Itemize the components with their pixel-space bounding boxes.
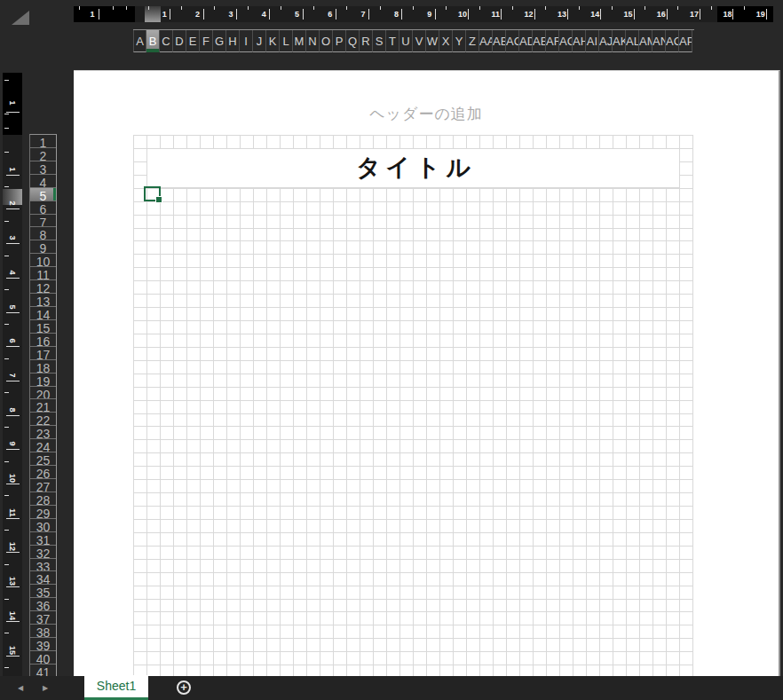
row-header-19[interactable]: 19	[30, 374, 56, 387]
column-header-AA[interactable]: AA	[479, 30, 493, 52]
column-header-AF[interactable]: AF	[546, 30, 559, 52]
ruler-number: 7	[8, 369, 17, 381]
row-header-13[interactable]: 13	[30, 294, 56, 307]
row-header-11[interactable]: 11	[30, 267, 56, 280]
column-header-AJ[interactable]: AJ	[599, 30, 613, 52]
row-header-34[interactable]: 34	[30, 571, 56, 585]
row-header-9[interactable]: 9	[30, 240, 56, 254]
row-header-36[interactable]: 36	[30, 598, 56, 611]
row-header-22[interactable]: 22	[30, 413, 56, 426]
column-header-K[interactable]: K	[266, 30, 280, 52]
column-header-AB[interactable]: AB	[493, 30, 506, 52]
column-header-AH[interactable]: AH	[573, 30, 586, 52]
column-header-W[interactable]: W	[426, 30, 439, 52]
column-header-G[interactable]: G	[213, 30, 226, 52]
row-header-8[interactable]: 8	[30, 227, 56, 240]
row-header-30[interactable]: 30	[30, 519, 56, 532]
row-header-24[interactable]: 24	[30, 439, 56, 452]
row-header-21[interactable]: 21	[30, 399, 56, 413]
fill-handle[interactable]	[155, 196, 162, 203]
ruler-number: 4	[257, 9, 270, 20]
column-header-AI[interactable]: AI	[586, 30, 599, 52]
row-header-20[interactable]: 20	[30, 387, 56, 400]
ruler-number: 3	[225, 9, 237, 20]
row-header-40[interactable]: 40	[30, 651, 56, 665]
column-header-B[interactable]: B	[146, 30, 160, 52]
column-header-J[interactable]: J	[253, 30, 266, 52]
ruler-tick	[567, 9, 568, 20]
column-header-AE[interactable]: AE	[533, 30, 546, 52]
ruler-tick	[634, 9, 635, 20]
column-header-Q[interactable]: Q	[346, 30, 360, 52]
row-header-16[interactable]: 16	[30, 334, 56, 347]
row-header-5[interactable]: 5	[30, 188, 56, 201]
row-header-3[interactable]: 3	[30, 161, 56, 175]
row-header-35[interactable]: 35	[30, 585, 56, 598]
row-header-32[interactable]: 32	[30, 546, 56, 559]
column-header-E[interactable]: E	[186, 30, 200, 52]
column-header-D[interactable]: D	[173, 30, 186, 52]
next-sheet-icon[interactable]: ▶	[39, 682, 51, 695]
column-header-M[interactable]: M	[293, 30, 306, 52]
column-header-AG[interactable]: AG	[559, 30, 573, 52]
column-header-AN[interactable]: AN	[652, 30, 666, 52]
row-header-17[interactable]: 17	[30, 347, 56, 360]
row-header-39[interactable]: 39	[30, 638, 56, 651]
column-header-C[interactable]: C	[160, 30, 173, 52]
column-header-AD[interactable]: AD	[519, 30, 533, 52]
row-header-12[interactable]: 12	[30, 280, 56, 294]
column-header-R[interactable]: R	[360, 30, 373, 52]
column-header-U[interactable]: U	[399, 30, 413, 52]
ruler-tick	[4, 114, 9, 114]
column-header-O[interactable]: O	[320, 30, 333, 52]
add-header-placeholder[interactable]: ヘッダーの追加	[74, 104, 779, 124]
row-header-27[interactable]: 27	[30, 479, 56, 492]
row-header-2[interactable]: 2	[30, 148, 56, 161]
column-header-AC[interactable]: AC	[506, 30, 519, 52]
column-header-P[interactable]: P	[333, 30, 346, 52]
title-merged-cell[interactable]: タイトル	[146, 148, 680, 188]
row-header-31[interactable]: 31	[30, 532, 56, 546]
row-header-1[interactable]: 1	[30, 135, 56, 148]
column-header-F[interactable]: F	[200, 30, 213, 52]
row-header-37[interactable]: 37	[30, 611, 56, 625]
column-header-H[interactable]: H	[226, 30, 240, 52]
ruler-tick	[4, 530, 9, 531]
row-header-14[interactable]: 14	[30, 307, 56, 320]
prev-sheet-icon[interactable]: ◀	[14, 682, 27, 695]
column-header-AO[interactable]: AO	[666, 30, 679, 52]
column-header-V[interactable]: V	[413, 30, 426, 52]
row-header-23[interactable]: 23	[30, 426, 56, 439]
row-header-7[interactable]: 7	[30, 215, 56, 228]
row-header-33[interactable]: 33	[30, 559, 56, 572]
column-header-L[interactable]: L	[280, 30, 293, 52]
column-header-AL[interactable]: AL	[626, 30, 639, 52]
row-header-28[interactable]: 28	[30, 492, 56, 506]
column-header-A[interactable]: A	[133, 30, 146, 52]
row-header-38[interactable]: 38	[30, 625, 56, 638]
column-header-Y[interactable]: Y	[453, 30, 466, 52]
add-sheet-button[interactable]: +	[177, 680, 191, 695]
sheet-tab-Sheet1[interactable]: Sheet1	[84, 675, 148, 700]
row-header-25[interactable]: 25	[30, 452, 56, 466]
row-header-26[interactable]: 26	[30, 466, 56, 479]
ruler-tick	[6, 346, 20, 347]
column-header-Z[interactable]: Z	[466, 30, 479, 52]
column-header-S[interactable]: S	[373, 30, 386, 52]
column-header-T[interactable]: T	[386, 30, 399, 52]
row-header-10[interactable]: 10	[30, 254, 56, 267]
row-header-4[interactable]: 4	[30, 175, 56, 188]
column-header-AK[interactable]: AK	[613, 30, 626, 52]
column-header-N[interactable]: N	[306, 30, 320, 52]
row-header-29[interactable]: 29	[30, 506, 56, 519]
row-header-15[interactable]: 15	[30, 320, 56, 334]
column-header-X[interactable]: X	[439, 30, 453, 52]
row-header-6[interactable]: 6	[30, 201, 56, 215]
sheet-grid[interactable]: タイトル	[133, 135, 693, 677]
column-header-AP[interactable]: AP	[679, 30, 692, 52]
ruler-tick	[667, 9, 668, 20]
column-header-AM[interactable]: AM	[639, 30, 652, 52]
selected-cell-outline[interactable]	[144, 186, 161, 201]
row-header-18[interactable]: 18	[30, 360, 56, 374]
column-header-I[interactable]: I	[240, 30, 253, 52]
